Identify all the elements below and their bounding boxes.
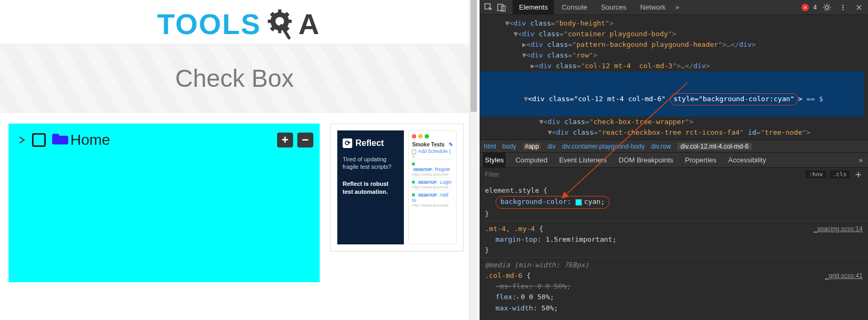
ad-tagline-1: Tired of updating fragile test scripts?	[343, 155, 399, 171]
logo-tools-text: TOOLS	[157, 7, 261, 40]
styles-tabbar: Styles Computed Event Listeners DOM Brea…	[480, 152, 868, 167]
stab-computed[interactable]: Computed	[513, 153, 549, 168]
stab-accessibility[interactable]: Accessibility	[726, 153, 768, 168]
devtools-topbar: Elements Console Sources Network » ✕ 4	[480, 0, 868, 15]
stab-styles[interactable]: Styles	[483, 153, 506, 168]
ad-tagline-2a: Reflect is robust	[343, 180, 399, 187]
checkbox-home[interactable]	[32, 133, 46, 147]
stab-properties[interactable]: Properties	[683, 153, 719, 168]
crumb-selected[interactable]: div.col-12.mt-4.col-md-6	[677, 143, 752, 150]
tree-node-home: Home + −	[15, 131, 313, 149]
source-link-grid[interactable]: _grid.scss:41	[825, 270, 863, 281]
ad-column: ⟳ Reflect Tired of updating fragile test…	[330, 124, 464, 282]
gear-icon[interactable]	[821, 2, 833, 13]
tree-toggle[interactable]	[15, 133, 29, 147]
svg-point-16	[842, 9, 844, 10]
stab-dom-breakpoints[interactable]: DOM Breakpoints	[616, 153, 676, 168]
browser-view: TOOLS	[0, 0, 477, 320]
rule-mt4[interactable]: _spacing.scss:14 .mt-4, .my-4 { margin-t…	[480, 221, 868, 257]
svg-rect-11	[498, 4, 503, 11]
crumb-app[interactable]: #app	[523, 143, 541, 150]
tab-sources[interactable]: Sources	[595, 0, 633, 15]
styles-more-chevron-icon[interactable]: »	[857, 153, 865, 168]
tab-network[interactable]: Network	[634, 0, 672, 15]
error-count[interactable]: 4	[813, 4, 817, 11]
styles-filter-input[interactable]	[484, 170, 802, 179]
styles-body[interactable]: element.style { background-color: cyan; …	[480, 181, 868, 314]
highlighted-style-attr: style="background-color:cyan"	[670, 93, 798, 105]
cls-toggle[interactable]: .cls	[830, 170, 850, 178]
svg-point-15	[842, 6, 844, 8]
error-badge-icon[interactable]: ✕	[801, 4, 809, 11]
crumb-div1[interactable]: div	[547, 143, 555, 150]
collapse-all-button[interactable]: −	[297, 133, 313, 147]
traffic-light-icon	[412, 134, 453, 138]
playground-header: Check Box	[0, 44, 469, 113]
svg-rect-2	[278, 29, 281, 34]
crumb-body[interactable]: body	[502, 143, 516, 150]
logo-a-text: A	[298, 7, 320, 40]
crumb-row[interactable]: div.row	[651, 143, 671, 150]
reflect-logo-icon: ⟳	[343, 138, 352, 148]
crumb-container[interactable]: div.container.playgound-body	[562, 143, 645, 150]
scrollbar[interactable]	[469, 0, 477, 320]
svg-rect-3	[268, 20, 273, 23]
device-toolbar-icon[interactable]	[496, 2, 507, 13]
page-title: Check Box	[175, 64, 294, 93]
svg-rect-1	[278, 10, 281, 14]
inspect-element-icon[interactable]	[483, 2, 494, 13]
close-icon[interactable]	[853, 2, 865, 13]
ad-add-schedule: Add Schedule	[418, 149, 448, 154]
ad-left-pane: ⟳ Reflect Tired of updating fragile test…	[337, 130, 404, 244]
scrollbar-thumb[interactable]	[470, 0, 477, 112]
color-swatch-icon	[575, 199, 582, 206]
toolsqa-logo: TOOLS	[0, 0, 477, 44]
tree-options: + −	[277, 133, 313, 147]
content-row: Home + − ⟳ Reflect Tired of updating fra…	[0, 113, 469, 282]
ad-tagline-2b: test automation.	[343, 188, 399, 195]
pencil-icon: ✎	[449, 142, 453, 147]
svg-point-9	[275, 17, 284, 26]
tab-elements[interactable]: Elements	[513, 0, 554, 15]
dom-tree[interactable]: ▼<div class="body-height"> ▼<div class="…	[480, 15, 868, 140]
svg-point-14	[842, 4, 844, 6]
rule-col-md-6[interactable]: @media (min-width: 768px) _grid.scss:41 …	[480, 257, 868, 314]
rule-element-style[interactable]: element.style { background-color: cyan; …	[480, 183, 868, 221]
ad-mini-title: Smoke Tests	[412, 142, 444, 147]
devtools-panel: Elements Console Sources Network » ✕ 4 ▼…	[480, 0, 868, 320]
svg-rect-4	[287, 20, 292, 23]
more-tabs-chevron-icon[interactable]: »	[675, 3, 679, 11]
tab-console[interactable]: Console	[555, 0, 594, 15]
gear-icon-logo	[263, 7, 296, 40]
styles-filter-row: :hov .cls	[480, 167, 868, 181]
expand-all-button[interactable]: +	[277, 133, 293, 147]
highlighted-bg-declaration: background-color: cyan;	[496, 196, 610, 209]
dom-selected-node[interactable]: ⋯ ▼<div class="col-12 mt-4 col-md-6" sty…	[480, 71, 864, 117]
tree-node-label[interactable]: Home	[70, 132, 110, 149]
ad-card[interactable]: ⟳ Reflect Tired of updating fragile test…	[330, 124, 464, 251]
kebab-menu-icon[interactable]	[837, 2, 849, 13]
ad-right-pane: Smoke Tests ✎ Add Schedule | E DESKTOPRe…	[408, 130, 457, 244]
ad-brand-name: Reflect	[355, 138, 384, 149]
source-link-spacing[interactable]: _spacing.scss:14	[814, 224, 863, 234]
svg-point-13	[825, 6, 829, 9]
dom-breadcrumb[interactable]: html body #app div div.container.playgou…	[480, 140, 868, 152]
checkbox-tree-panel: Home + −	[9, 124, 320, 282]
stab-event-listeners[interactable]: Event Listeners	[557, 153, 609, 168]
folder-icon	[52, 131, 68, 149]
crumb-html[interactable]: html	[484, 143, 496, 150]
hov-toggle[interactable]: :hov	[806, 170, 826, 178]
new-style-rule-icon[interactable]	[853, 169, 864, 180]
